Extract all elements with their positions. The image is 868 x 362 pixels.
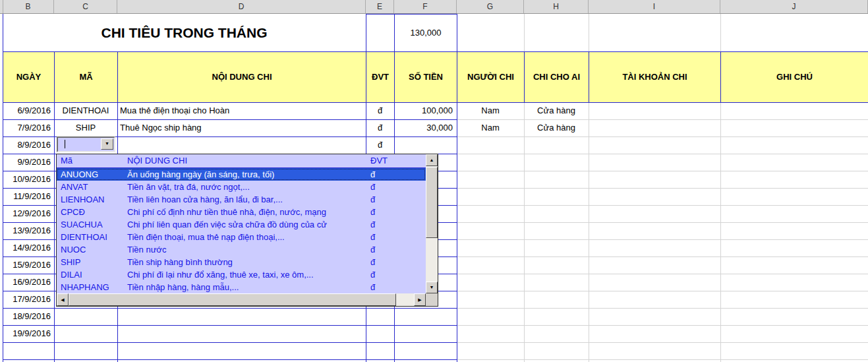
dropdown-item-code: ANVAT: [61, 181, 88, 193]
header-dvt[interactable]: ĐVT: [366, 51, 395, 103]
gridline: [457, 154, 868, 154]
dropdown-item-unit: đ: [370, 281, 375, 293]
gridline: [457, 222, 868, 223]
date-cell[interactable]: 8/9/2016: [3, 136, 54, 154]
date-cell[interactable]: 10/9/2016: [3, 171, 54, 188]
gridline: [3, 325, 457, 326]
dropdown-item-CPCĐ[interactable]: CPCĐChi phí cố định như tiền thuê nhà, đ…: [57, 206, 426, 218]
code-cell[interactable]: SHIP: [54, 119, 117, 136]
column-header-C[interactable]: C: [54, 0, 117, 13]
column-header-I[interactable]: I: [589, 0, 720, 13]
code-cell[interactable]: DIENTHOAI: [54, 102, 117, 119]
header-so-tien[interactable]: SỐ TIỀN: [394, 51, 457, 103]
gridline: [3, 342, 457, 343]
dropdown-item-ANUONG[interactable]: ANUONGĂn uống hàng ngày (ăn sáng, trưa, …: [57, 168, 426, 181]
column-header-F[interactable]: F: [394, 0, 457, 13]
code-combobox[interactable]: ▼: [57, 136, 115, 152]
date-cell[interactable]: 13/9/2016: [3, 222, 54, 239]
date-cell[interactable]: 9/9/2016: [3, 154, 54, 171]
combo-dropdown-button[interactable]: ▼: [101, 138, 113, 150]
dropdown-header-noi-dung-chi: NỘI DUNG CHI: [127, 154, 187, 167]
dropdown-item-DIENTHOAI[interactable]: DIENTHOAITiền điện thoại, mua thẻ nạp đi…: [57, 231, 426, 243]
unit-cell[interactable]: đ: [366, 136, 394, 154]
dropdown-vertical-scrollbar[interactable]: ▲ ▼: [426, 154, 438, 293]
header-chi-cho-ai[interactable]: CHI CHO AI: [524, 51, 589, 103]
date-cell[interactable]: 11/9/2016: [3, 188, 54, 205]
spender-cell[interactable]: Nam: [457, 119, 524, 136]
header-ghi-chu[interactable]: GHI CHÚ: [720, 51, 868, 103]
dropdown-arrow-icon: ▼: [105, 141, 109, 146]
dropdown-item-NHAPHANG[interactable]: NHAPHANGTiền nhập hàng, hàng mẫu,...đ: [57, 281, 426, 293]
dropdown-item-code: ANUONG: [61, 168, 98, 181]
dropdown-item-unit: đ: [370, 168, 375, 181]
spender-cell[interactable]: Nam: [457, 102, 524, 119]
dropdown-item-DILAI[interactable]: DILAIChi phí đi lại như đổ xăng, thuê xe…: [57, 268, 426, 281]
content-cell[interactable]: Mua thẻ điện thoại cho Hoàn: [117, 102, 366, 119]
dropdown-item-code: CPCĐ: [61, 206, 85, 218]
scroll-down-button[interactable]: ▼: [426, 282, 438, 293]
dropdown-item-SHIP[interactable]: SHIPTiền ship hàng bình thườngđ: [57, 256, 426, 268]
total-amount-cell[interactable]: 130,000: [394, 14, 457, 52]
date-cell[interactable]: 12/9/2016: [3, 205, 54, 222]
content-cell[interactable]: Thuê Ngọc ship hàng: [117, 119, 366, 136]
scroll-up-button[interactable]: ▲: [426, 154, 438, 166]
date-cell[interactable]: 18/9/2016: [3, 308, 54, 325]
horizontal-scroll-thumb[interactable]: [69, 293, 396, 306]
code-dropdown-list: Mã NỘI DUNG CHI ĐVT ANUONGĂn uống hàng n…: [56, 154, 438, 307]
vertical-scroll-thumb[interactable]: [426, 167, 438, 238]
spreadsheet-view: BCDEFGHIJ 130,000 CHI TIÊU TRONG THÁNG N…: [0, 0, 868, 362]
date-cell[interactable]: 14/9/2016: [3, 239, 54, 256]
gridline: [589, 102, 589, 362]
date-cell[interactable]: 16/9/2016: [3, 274, 54, 291]
column-header-bar: BCDEFGHIJ: [0, 0, 868, 14]
column-header-D[interactable]: D: [117, 0, 366, 13]
scroll-right-button[interactable]: ▶: [414, 293, 426, 306]
date-cell[interactable]: 7/9/2016: [3, 119, 54, 136]
gridline: [457, 342, 868, 343]
gridline: [457, 256, 868, 257]
dropdown-item-desc: Tiền nhập hàng, hàng mẫu,...: [127, 281, 239, 293]
date-cell[interactable]: 15/9/2016: [3, 256, 54, 274]
date-cell[interactable]: 6/9/2016: [3, 102, 54, 119]
header-ma[interactable]: MÃ: [54, 51, 118, 103]
date-cell[interactable]: 17/9/2016: [3, 291, 54, 308]
dropdown-item-code: SHIP: [61, 256, 80, 268]
unit-cell[interactable]: đ: [366, 102, 394, 119]
gridline: [720, 14, 721, 51]
header-nguoi-chi[interactable]: NGƯỜI CHI: [457, 51, 525, 103]
dropdown-item-ANVAT[interactable]: ANVATTiền ăn vặt, trà đá, nước ngọt,...đ: [57, 181, 426, 193]
dropdown-item-LIENHOAN[interactable]: LIENHOANTiền liên hoan cửa hàng, ăn lẩu,…: [57, 193, 426, 206]
column-header-B[interactable]: B: [3, 0, 54, 13]
dropdown-item-NUOC[interactable]: NUOCTiền nướcđ: [57, 243, 426, 256]
text-cursor: [65, 140, 65, 148]
column-header-H[interactable]: H: [524, 0, 589, 13]
header-tai-khoan-chi[interactable]: TÀI KHOẢN CHI: [589, 51, 721, 103]
dropdown-item-code: SUACHUA: [61, 218, 103, 231]
dropdown-item-desc: Tiền nước: [127, 243, 166, 256]
dropdown-item-code: DIENTHOAI: [61, 231, 107, 243]
date-cell[interactable]: 19/9/2016: [3, 325, 54, 342]
column-header-J[interactable]: J: [720, 0, 868, 13]
spent-for-cell[interactable]: Cửa hàng: [524, 102, 589, 119]
spent-for-cell[interactable]: Cửa hàng: [524, 119, 589, 136]
unit-cell[interactable]: đ: [366, 119, 394, 136]
gridline: [457, 308, 868, 309]
gridline: [457, 188, 868, 189]
dropdown-item-unit: đ: [370, 256, 375, 268]
column-header-G[interactable]: G: [457, 0, 524, 13]
amount-cell[interactable]: 30,000: [394, 119, 457, 136]
header-noi-dung-chi[interactable]: NỘI DUNG CHI: [117, 51, 366, 103]
dropdown-item-unit: đ: [370, 243, 375, 256]
dropdown-item-SUACHUA[interactable]: SUACHUAChi phí liên quan đến việc sửa ch…: [57, 218, 426, 231]
dropdown-item-desc: Tiền điện thoại, mua thẻ nạp điện thoại,…: [127, 231, 285, 243]
sheet-title[interactable]: CHI TIÊU TRONG THÁNG: [3, 14, 366, 51]
scroll-right-icon: ▶: [415, 294, 425, 305]
header-ngay[interactable]: NGÀY: [3, 51, 55, 103]
amount-cell[interactable]: 100,000: [394, 102, 457, 119]
scroll-left-button[interactable]: ◀: [57, 293, 69, 306]
dropdown-horizontal-scrollbar[interactable]: ◀ ▶: [57, 293, 426, 306]
column-header-E[interactable]: E: [366, 0, 394, 13]
dropdown-item-unit: đ: [370, 268, 375, 281]
cell-E1[interactable]: [366, 14, 395, 52]
dropdown-item-code: NUOC: [61, 243, 86, 256]
